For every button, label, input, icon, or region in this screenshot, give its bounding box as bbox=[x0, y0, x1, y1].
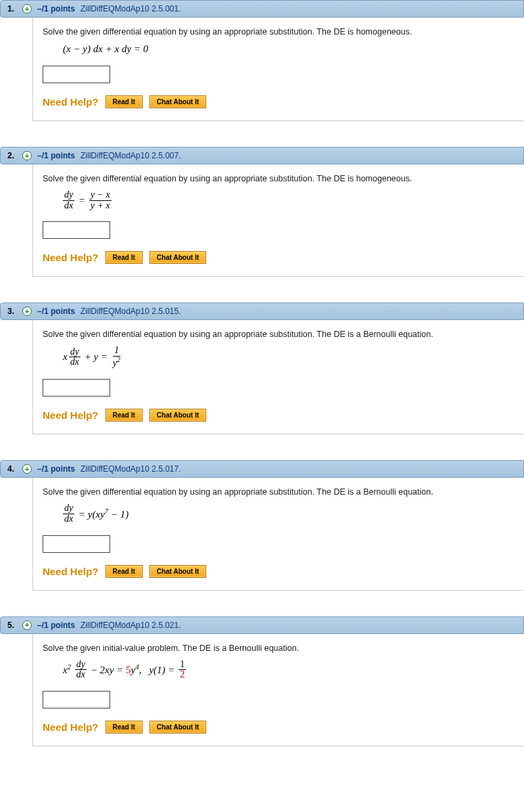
question-block: 4.+–/1 pointsZillDiffEQModAp10 2.5.017.S… bbox=[0, 460, 524, 590]
need-help-label: Need Help? bbox=[43, 252, 99, 263]
points-label: –/1 points bbox=[37, 464, 75, 474]
question-body: Solve the given differential equation by… bbox=[32, 320, 524, 434]
expand-icon[interactable]: + bbox=[22, 307, 32, 316]
expand-icon[interactable]: + bbox=[22, 621, 32, 630]
read-it-button[interactable]: Read It bbox=[105, 251, 143, 264]
equation: dydx = y − xy + x bbox=[63, 190, 517, 210]
answer-input[interactable] bbox=[43, 535, 110, 553]
read-it-button[interactable]: Read It bbox=[105, 95, 143, 108]
answer-input[interactable] bbox=[43, 691, 110, 708]
question-header: 5.+–/1 pointsZillDiffEQModAp10 2.5.021. bbox=[0, 616, 524, 634]
question-number: 3. bbox=[7, 307, 17, 316]
expand-icon[interactable]: + bbox=[22, 464, 32, 474]
need-help-label: Need Help? bbox=[43, 721, 99, 733]
points-label: –/1 points bbox=[37, 621, 75, 630]
question-prompt: Solve the given differential equation by… bbox=[43, 27, 517, 37]
question-number: 5. bbox=[7, 621, 17, 630]
question-prompt: Solve the given differential equation by… bbox=[43, 174, 517, 183]
chat-about-it-button[interactable]: Chat About It bbox=[149, 565, 206, 578]
answer-input[interactable] bbox=[43, 66, 110, 83]
question-header: 1.+–/1 pointsZillDiffEQModAp10 2.5.001. bbox=[0, 0, 524, 18]
chat-about-it-button[interactable]: Chat About It bbox=[149, 95, 206, 108]
points-label: –/1 points bbox=[37, 4, 75, 14]
question-block: 2.+–/1 pointsZillDiffEQModAp10 2.5.007.S… bbox=[0, 147, 524, 277]
read-it-button[interactable]: Read It bbox=[105, 721, 143, 734]
need-help-label: Need Help? bbox=[43, 566, 99, 577]
need-help-label: Need Help? bbox=[43, 409, 99, 421]
source-label: ZillDiffEQModAp10 2.5.017. bbox=[80, 464, 181, 474]
question-body: Solve the given initial-value problem. T… bbox=[32, 634, 524, 746]
chat-about-it-button[interactable]: Chat About It bbox=[149, 721, 206, 734]
question-block: 1.+–/1 pointsZillDiffEQModAp10 2.5.001.S… bbox=[0, 0, 524, 121]
source-label: ZillDiffEQModAp10 2.5.021. bbox=[80, 621, 181, 630]
question-prompt: Solve the given differential equation by… bbox=[43, 487, 517, 497]
question-body: Solve the given differential equation by… bbox=[32, 164, 524, 277]
question-prompt: Solve the given differential equation by… bbox=[43, 330, 517, 339]
equation: dydx = y(xy7 − 1) bbox=[63, 503, 517, 524]
help-row: Need Help?Read ItChat About It bbox=[43, 95, 517, 108]
question-number: 2. bbox=[7, 151, 17, 160]
equation: xdydx + y = 1y2 bbox=[63, 346, 517, 368]
question-number: 1. bbox=[7, 4, 17, 14]
help-row: Need Help?Read ItChat About It bbox=[43, 409, 517, 422]
question-body: Solve the given differential equation by… bbox=[32, 478, 524, 590]
question-header: 2.+–/1 pointsZillDiffEQModAp10 2.5.007. bbox=[0, 147, 524, 164]
question-prompt: Solve the given initial-value problem. T… bbox=[43, 644, 517, 653]
question-block: 5.+–/1 pointsZillDiffEQModAp10 2.5.021.S… bbox=[0, 616, 524, 746]
answer-input[interactable] bbox=[43, 221, 110, 239]
chat-about-it-button[interactable]: Chat About It bbox=[149, 409, 206, 422]
equation: (x − y) dx + x dy = 0 bbox=[63, 43, 517, 55]
read-it-button[interactable]: Read It bbox=[105, 409, 143, 422]
points-label: –/1 points bbox=[37, 151, 75, 160]
question-number: 4. bbox=[7, 464, 17, 474]
source-label: ZillDiffEQModAp10 2.5.001. bbox=[80, 4, 181, 14]
question-header: 4.+–/1 pointsZillDiffEQModAp10 2.5.017. bbox=[0, 460, 524, 478]
source-label: ZillDiffEQModAp10 2.5.007. bbox=[80, 151, 181, 160]
expand-icon[interactable]: + bbox=[22, 151, 32, 160]
points-label: –/1 points bbox=[37, 307, 75, 316]
help-row: Need Help?Read ItChat About It bbox=[43, 251, 517, 264]
chat-about-it-button[interactable]: Chat About It bbox=[149, 251, 206, 264]
read-it-button[interactable]: Read It bbox=[105, 565, 143, 578]
question-body: Solve the given differential equation by… bbox=[32, 18, 524, 121]
need-help-label: Need Help? bbox=[43, 96, 99, 108]
equation: x2 dydx − 2xy = 5y4, y(1) = 12 bbox=[63, 660, 517, 680]
expand-icon[interactable]: + bbox=[22, 4, 32, 14]
help-row: Need Help?Read ItChat About It bbox=[43, 721, 517, 734]
question-block: 3.+–/1 pointsZillDiffEQModAp10 2.5.015.S… bbox=[0, 302, 524, 434]
question-header: 3.+–/1 pointsZillDiffEQModAp10 2.5.015. bbox=[0, 302, 524, 320]
source-label: ZillDiffEQModAp10 2.5.015. bbox=[80, 307, 181, 316]
help-row: Need Help?Read ItChat About It bbox=[43, 565, 517, 578]
answer-input[interactable] bbox=[43, 379, 110, 397]
